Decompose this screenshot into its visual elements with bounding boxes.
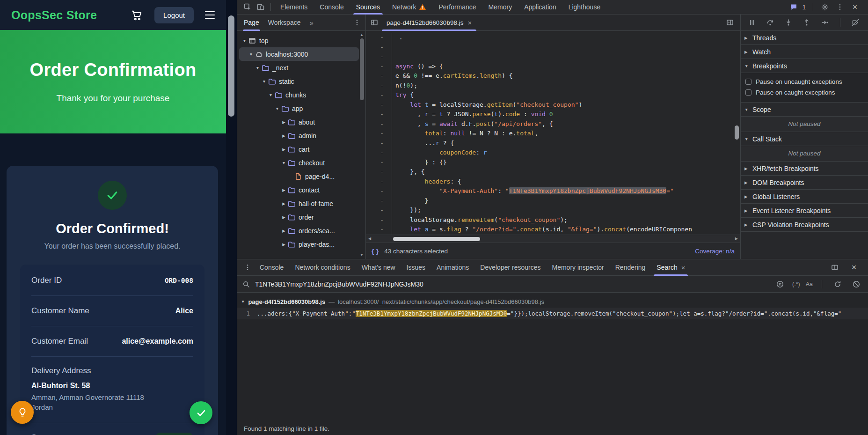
step-out-icon[interactable]	[800, 16, 813, 29]
tree-item-localhost-3000[interactable]: ▼localhost:3000	[239, 47, 359, 61]
close-drawer-icon[interactable]: ×	[847, 261, 861, 274]
chevron-right-icon[interactable]: ▶	[280, 201, 287, 206]
close-devtools-icon[interactable]: ×	[848, 0, 861, 14]
search-result-file[interactable]: ▼ page-d4f152bd66030b98.js — localhost:3…	[237, 295, 868, 308]
gutter-marker[interactable]: -	[366, 196, 392, 206]
success-toast-button[interactable]	[190, 401, 212, 424]
devtools-tab-elements[interactable]: Elements	[274, 0, 314, 15]
chevron-down-icon[interactable]: ▼	[280, 161, 287, 165]
drawer-tab-network-conditions[interactable]: Network conditions	[289, 259, 356, 276]
code-editor[interactable]: - .---async () => {-e && 0 !== e.cartIte…	[366, 31, 740, 235]
drawer-tab-what-s-new[interactable]: What's new	[356, 259, 401, 276]
tree-item-hall-of-fame[interactable]: ▶hall-of-fame	[239, 197, 359, 210]
devtools-tab-console[interactable]: Console	[314, 0, 350, 15]
gutter-marker[interactable]: -	[366, 90, 392, 100]
devtools-tab-lighthouse[interactable]: Lighthouse	[562, 0, 607, 15]
chevron-right-icon[interactable]: ▶	[280, 120, 287, 125]
gutter-marker[interactable]: -	[366, 215, 392, 225]
drawer-tab-memory-inspector[interactable]: Memory inspector	[546, 259, 609, 276]
step-into-icon[interactable]	[782, 16, 795, 29]
section-header-event-listener-breakpoints[interactable]: ▶Event Listener Breakpoints	[741, 204, 868, 218]
scroll-down-icon[interactable]: ▼	[360, 253, 364, 257]
gutter-marker[interactable]: -	[366, 110, 392, 119]
chat-icon[interactable]	[787, 0, 800, 14]
tree-item-contact[interactable]: ▶contact	[239, 183, 359, 197]
gutter-marker[interactable]: -	[366, 71, 392, 81]
chevron-right-icon[interactable]: ▶	[280, 147, 287, 152]
pause-icon[interactable]	[745, 16, 759, 29]
gutter-marker[interactable]: -	[366, 119, 392, 129]
tab-workspace[interactable]: Workspace	[268, 15, 301, 31]
tree-item-admin[interactable]: ▶admin	[239, 129, 359, 142]
more-tabs-icon[interactable]: »	[309, 19, 313, 27]
chevron-down-icon[interactable]: ▼	[254, 66, 261, 70]
menu-icon[interactable]	[205, 11, 215, 19]
chevron-right-icon[interactable]: ▶	[280, 242, 287, 247]
section-header-breakpoints[interactable]: ▼Breakpoints	[741, 59, 868, 73]
scroll-up-icon[interactable]: ▲	[360, 33, 364, 37]
gutter-marker[interactable]: -	[366, 129, 392, 139]
file-tab[interactable]: page-d4f152bd66030b98.js ×	[381, 15, 477, 31]
section-header-global-listeners[interactable]: ▶Global Listeners	[741, 190, 868, 204]
tree-item-top[interactable]: ▼top	[239, 34, 359, 47]
gutter-marker[interactable]: -	[366, 167, 392, 177]
toggle-debugger-sidebar-icon[interactable]	[723, 16, 737, 29]
tree-item-checkout[interactable]: ▼checkout	[239, 156, 359, 170]
clear-results-icon[interactable]	[850, 278, 863, 291]
drawer-tab-developer-resources[interactable]: Developer resources	[474, 259, 546, 276]
drawer-tab-animations[interactable]: Animations	[431, 259, 474, 276]
section-header-threads[interactable]: ▶Threads	[741, 31, 868, 45]
section-header-watch[interactable]: ▶Watch	[741, 45, 868, 59]
chevron-down-icon[interactable]: ▼	[241, 38, 248, 43]
clear-search-icon[interactable]	[773, 278, 787, 291]
drawer-tab-rendering[interactable]: Rendering	[610, 259, 651, 276]
toggle-navigator-icon[interactable]	[368, 16, 381, 29]
scroll-left-icon[interactable]: ◀	[368, 237, 371, 241]
gutter-marker[interactable]: -	[366, 139, 392, 148]
section-header-call-stack[interactable]: ▼Call Stack	[741, 132, 868, 146]
tree-item-about[interactable]: ▶about	[239, 115, 359, 129]
tree-item-page-d4[interactable]: page-d4...	[239, 170, 359, 183]
section-header-csp-violation-breakpoints[interactable]: ▶CSP Violation Breakpoints	[741, 218, 868, 232]
drawer-tab-console[interactable]: Console	[254, 259, 289, 276]
step-over-icon[interactable]	[764, 16, 777, 29]
hint-fab-button[interactable]	[11, 401, 34, 424]
drawer-tab-search[interactable]: Search×	[651, 259, 691, 276]
deactivate-breakpoints-icon[interactable]	[849, 16, 862, 29]
devtools-tab-memory[interactable]: Memory	[482, 0, 518, 15]
chevron-down-icon[interactable]: ▼	[261, 79, 268, 84]
gutter-marker[interactable]: -	[366, 62, 392, 72]
kebab-menu-icon[interactable]	[833, 0, 846, 14]
chevron-right-icon[interactable]: ▶	[280, 215, 287, 220]
cart-icon[interactable]	[131, 9, 143, 22]
gutter-marker[interactable]: -	[366, 148, 392, 158]
gutter-marker[interactable]: -	[366, 158, 392, 168]
gutter-marker[interactable]: -	[366, 225, 392, 235]
drawer-kebab-icon[interactable]	[241, 261, 254, 274]
section-header-xhr-fetch-breakpoints[interactable]: ▶XHR/fetch Breakpoints	[741, 162, 868, 176]
tree-item-player-das[interactable]: ▶player-das...	[239, 237, 359, 251]
chevron-down-icon[interactable]: ▼	[248, 52, 255, 57]
split-panel-icon[interactable]	[828, 261, 841, 274]
coverage-link[interactable]: Coverage: n/a	[695, 248, 735, 255]
search-result-line[interactable]: 1...aders:{"X-Payment-Auth":"T1NTe3B1Ymx…	[237, 308, 868, 319]
chevron-right-icon[interactable]: ▶	[280, 229, 287, 233]
devtools-tab-performance[interactable]: Performance	[432, 0, 482, 15]
navigator-kebab-icon[interactable]	[353, 19, 361, 26]
devtools-tab-sources[interactable]: Sources	[350, 0, 386, 15]
search-input[interactable]: T1NTe3B1YmxpY18zbnZpcjBubWVudF92NHJpNGJs…	[255, 280, 423, 288]
checkbox-pause-on-uncaught-exceptions[interactable]: Pause on uncaught exceptions	[741, 76, 868, 87]
tree-item-static[interactable]: ▼static	[239, 74, 359, 88]
gear-icon[interactable]	[818, 0, 832, 14]
tree-item-chunks[interactable]: ▼chunks	[239, 88, 359, 102]
editor-hscrollbar[interactable]: ◀ ▶	[366, 235, 740, 243]
close-tab-icon[interactable]: ×	[467, 19, 472, 26]
page-scrollbar-thumb[interactable]	[228, 15, 234, 117]
step-icon[interactable]	[818, 16, 832, 29]
page-scrollbar[interactable]	[226, 0, 237, 435]
chevron-right-icon[interactable]: ▶	[280, 188, 287, 192]
tree-item-cart[interactable]: ▶cart	[239, 142, 359, 156]
match-case-toggle[interactable]: Aa	[806, 281, 813, 288]
gutter-marker[interactable]: -	[366, 206, 392, 215]
editor-hscrollbar-thumb[interactable]	[393, 237, 480, 241]
